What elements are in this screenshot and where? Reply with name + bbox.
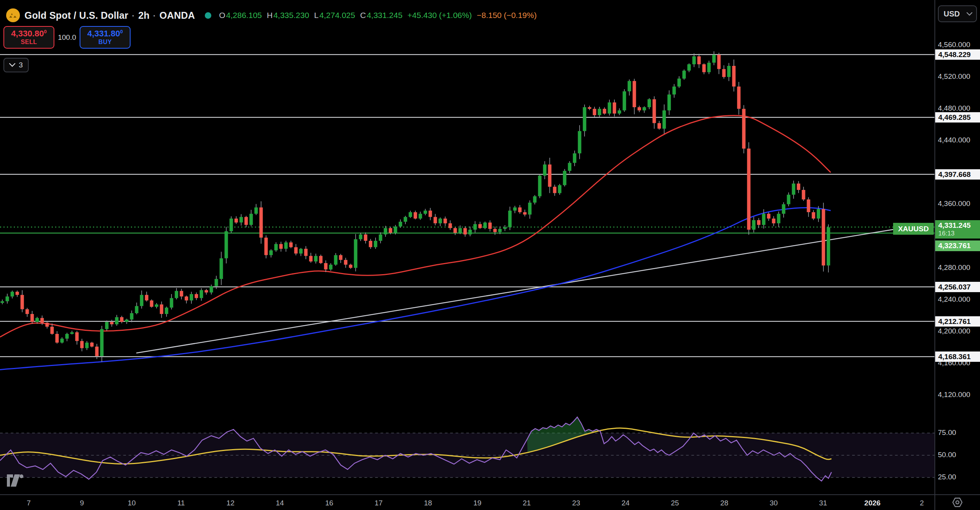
chevron-down-icon <box>967 12 972 16</box>
time-tick-label: 10 <box>127 499 136 507</box>
close-value: 4,331.245 <box>367 11 402 20</box>
high-value: 4,335.230 <box>273 11 309 20</box>
time-tick-label: 14 <box>276 499 284 507</box>
chevron-down-icon <box>9 63 15 67</box>
time-tick-label: 11 <box>177 499 185 507</box>
time-tick-label: 16 <box>325 499 333 507</box>
time-axis-separator <box>0 494 980 495</box>
spread-value: 100.0 <box>54 33 80 42</box>
time-tick-label: 24 <box>621 499 629 507</box>
change-value: +45.430 (+1.06%) <box>407 11 472 20</box>
gold-coin-icon <box>6 8 20 22</box>
indicator-tick-label: 50.00 <box>938 451 956 459</box>
ohlc-readout: O4,286.105 H4,335.230 L4,274.025 C4,331.… <box>219 11 537 20</box>
sell-button[interactable]: 4,330.800 SELL <box>3 26 54 49</box>
separator-dot: · <box>153 11 156 21</box>
open-value: 4,286.105 <box>226 11 262 20</box>
price-tick-label: 4,280.000 <box>938 263 970 272</box>
price-tick-label: 4,480.000 <box>938 104 970 113</box>
price-level-badge: 4,548.229 <box>935 49 980 60</box>
time-tick-label: 12 <box>226 499 234 507</box>
exchange-label: OANDA <box>160 10 195 21</box>
price-level-badge: 4,397.668 <box>935 169 980 180</box>
price-axis-separator <box>934 0 935 510</box>
current-price-badge: 4,331.24516:13 <box>935 220 980 239</box>
time-tick-label: 19 <box>473 499 481 507</box>
price-tick-label: 4,240.000 <box>938 295 970 304</box>
candlestick-chart-canvas[interactable] <box>0 0 980 510</box>
price-level-badge: 4,469.285 <box>935 112 980 123</box>
price-level-badge: 4,212.761 <box>935 316 980 327</box>
time-tick-label: 2 <box>920 499 924 507</box>
time-tick-label: 21 <box>523 499 531 507</box>
price-level-badge: 4,168.361 <box>935 351 980 362</box>
time-tick-label: 17 <box>374 499 382 507</box>
price-tick-label: 4,560.000 <box>938 41 970 49</box>
time-tick-label: 31 <box>819 499 827 507</box>
secondary-price-badge: 4,323.761 <box>935 240 980 251</box>
object-tree-collapse-button[interactable]: 3 <box>3 58 29 72</box>
timezone-settings-icon[interactable] <box>952 497 963 509</box>
separator-dot: · <box>132 11 135 21</box>
price-tick-label: 4,440.000 <box>938 136 970 144</box>
price-tick-label: 4,200.000 <box>938 327 970 335</box>
trading-chart-window: Gold Spot / U.S. Dollar · 2h · OANDA O4,… <box>0 0 980 510</box>
time-tick-label: 9 <box>80 499 84 507</box>
symbol-title[interactable]: Gold Spot / U.S. Dollar · 2h · OANDA <box>24 10 195 21</box>
chart-header: Gold Spot / U.S. Dollar · 2h · OANDA O4,… <box>6 8 537 22</box>
price-level-badge: 4,256.037 <box>935 282 980 292</box>
price-tick-label: 4,360.000 <box>938 199 970 208</box>
time-tick-label: 2026 <box>864 499 880 507</box>
time-tick-label: 30 <box>769 499 777 507</box>
price-tick-label: 4,120.000 <box>938 391 970 399</box>
timeframe-label[interactable]: 2h <box>138 10 150 21</box>
trade-panel: 4,330.800 SELL 100.0 4,331.800 BUY <box>3 26 131 49</box>
symbol-flag-label: XAUUSD <box>893 223 934 235</box>
low-value: 4,274.025 <box>319 11 355 20</box>
time-tick-label: 7 <box>27 499 31 507</box>
indicator-tick-label: 75.00 <box>938 428 956 437</box>
time-tick-label: 25 <box>671 499 679 507</box>
buy-button[interactable]: 4,331.800 BUY <box>80 26 131 49</box>
indicator-tick-label: 25.00 <box>938 473 956 481</box>
time-tick-label: 23 <box>572 499 580 507</box>
time-tick-label: 18 <box>424 499 432 507</box>
time-tick-label: 28 <box>720 499 728 507</box>
price-tick-label: 4,520.000 <box>938 72 970 81</box>
bar-countdown: 16:13 <box>938 230 980 237</box>
currency-selector[interactable]: USD <box>938 5 977 22</box>
market-status-icon[interactable] <box>205 12 211 19</box>
extended-change-value: −8.150 (−0.19%) <box>477 11 536 20</box>
tradingview-logo[interactable] <box>6 474 30 489</box>
